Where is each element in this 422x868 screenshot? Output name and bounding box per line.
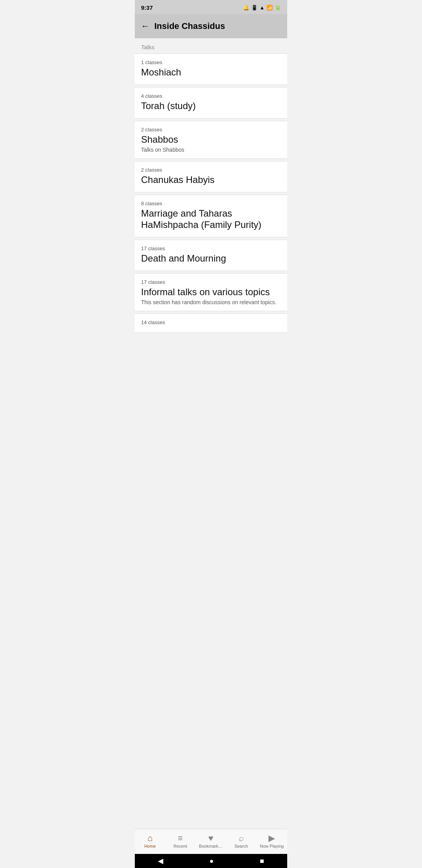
nav-now-playing[interactable]: ▶ Now Playing: [260, 834, 284, 848]
list-item-marriage-family[interactable]: 8 classesMarriage and Taharas HaMishpach…: [135, 195, 287, 237]
item-title-torah-study: Torah (study): [141, 100, 281, 112]
home-icon: ⌂: [147, 834, 152, 843]
system-home-button[interactable]: ●: [209, 857, 214, 865]
section-label: Talks: [135, 38, 287, 54]
nav-recent-label: Recent: [173, 844, 187, 848]
list-item-chanukas-habyis[interactable]: 2 classesChanukas Habyis: [135, 161, 287, 192]
nav-home-label: Home: [144, 844, 156, 848]
search-icon: ⌕: [239, 834, 244, 843]
bookmark-icon: ♥: [208, 834, 213, 843]
item-count-chanukas-habyis: 2 classes: [141, 167, 281, 173]
list-item-shabbos[interactable]: 2 classesShabbosTalks on Shabbos: [135, 121, 287, 159]
back-button[interactable]: ←: [141, 21, 150, 31]
item-count-moshiach: 1 classes: [141, 59, 281, 65]
wifi-icon: ▲: [259, 5, 265, 11]
talks-list: 1 classesMoshiach4 classesTorah (study)2…: [135, 54, 287, 366]
page-title: Inside Chassidus: [154, 21, 225, 31]
notification-icon: 🔔: [243, 5, 249, 11]
bottom-nav: ⌂ Home ≡ Recent ♥ Bookmark… ⌕ Search ▶ N…: [135, 829, 287, 854]
item-title-chanukas-habyis: Chanukas Habyis: [141, 174, 281, 186]
status-bar: 9:37 🔔 📳 ▲ 📶 🔋: [135, 0, 287, 14]
list-item-moshiach[interactable]: 1 classesMoshiach: [135, 54, 287, 85]
list-item-informal-talks[interactable]: 17 classesInformal talks on various topi…: [135, 273, 287, 312]
list-item-item-14[interactable]: 14 classes: [135, 314, 287, 333]
nav-home[interactable]: ⌂ Home: [138, 834, 162, 848]
recent-icon: ≡: [178, 834, 183, 843]
status-time: 9:37: [141, 4, 153, 11]
status-icons: 🔔 📳 ▲ 📶 🔋: [243, 5, 281, 11]
list-item-death-mourning[interactable]: 17 classesDeath and Mourning: [135, 240, 287, 271]
list-item-torah-study[interactable]: 4 classesTorah (study): [135, 87, 287, 118]
vibrate-icon: 📳: [251, 5, 257, 11]
item-title-marriage-family: Marriage and Taharas HaMishpacha (Family…: [141, 208, 281, 231]
item-title-moshiach: Moshiach: [141, 67, 281, 78]
item-count-item-14: 14 classes: [141, 319, 281, 325]
signal-icon: 📶: [266, 5, 273, 11]
item-count-shabbos: 2 classes: [141, 127, 281, 133]
now-playing-icon: ▶: [268, 834, 275, 843]
nav-bookmarks-label: Bookmark…: [199, 844, 223, 848]
system-bar: ◀ ● ■: [135, 854, 287, 868]
nav-now-playing-label: Now Playing: [260, 844, 284, 848]
item-count-informal-talks: 17 classes: [141, 279, 281, 285]
battery-icon: 🔋: [275, 5, 281, 11]
header: ← Inside Chassidus: [135, 14, 287, 38]
nav-search[interactable]: ⌕ Search: [229, 834, 253, 848]
item-title-shabbos: Shabbos: [141, 134, 281, 145]
system-back-button[interactable]: ◀: [158, 857, 163, 865]
item-subtitle-informal-talks: This section has random discussions on r…: [141, 299, 281, 305]
item-count-marriage-family: 8 classes: [141, 201, 281, 206]
item-count-death-mourning: 17 classes: [141, 246, 281, 251]
nav-bookmarks[interactable]: ♥ Bookmark…: [199, 834, 223, 848]
nav-search-label: Search: [234, 844, 248, 848]
nav-recent[interactable]: ≡ Recent: [168, 834, 192, 848]
item-count-torah-study: 4 classes: [141, 93, 281, 99]
item-title-death-mourning: Death and Mourning: [141, 253, 281, 264]
system-recent-button[interactable]: ■: [260, 857, 264, 865]
item-subtitle-shabbos: Talks on Shabbos: [141, 147, 281, 153]
item-title-informal-talks: Informal talks on various topics: [141, 287, 281, 298]
